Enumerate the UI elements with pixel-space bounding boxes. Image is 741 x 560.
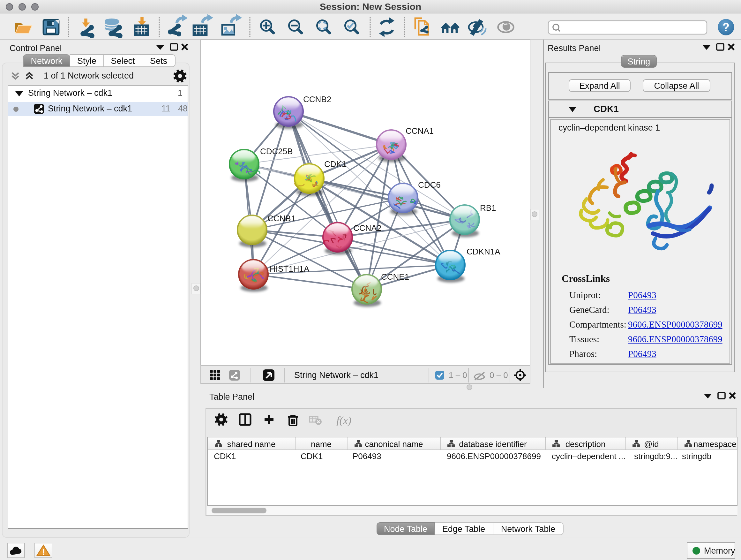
svg-text:1 – 0: 1 – 0 <box>449 370 467 380</box>
svg-text:CDC25B: CDC25B <box>260 146 293 156</box>
svg-text:CCNA1: CCNA1 <box>406 126 434 136</box>
svg-text:CDK1: CDK1 <box>324 159 346 169</box>
svg-text:CDKN1A: CDKN1A <box>467 247 500 256</box>
svg-text:0 – 0: 0 – 0 <box>489 370 508 380</box>
svg-text:CCNB1: CCNB1 <box>267 213 295 223</box>
svg-text:f(x): f(x) <box>336 415 351 427</box>
svg-text:CCNA2: CCNA2 <box>353 223 381 233</box>
svg-text:CCNE1: CCNE1 <box>381 272 409 282</box>
svg-text:HIST1H1A: HIST1H1A <box>270 264 310 273</box>
svg-text:String Network – cdk1: String Network – cdk1 <box>294 370 379 380</box>
svg-text:CCNB2: CCNB2 <box>303 95 331 104</box>
svg-text:RB1: RB1 <box>480 203 496 212</box>
svg-text:?: ? <box>723 21 730 34</box>
svg-text:CDC6: CDC6 <box>418 180 441 190</box>
